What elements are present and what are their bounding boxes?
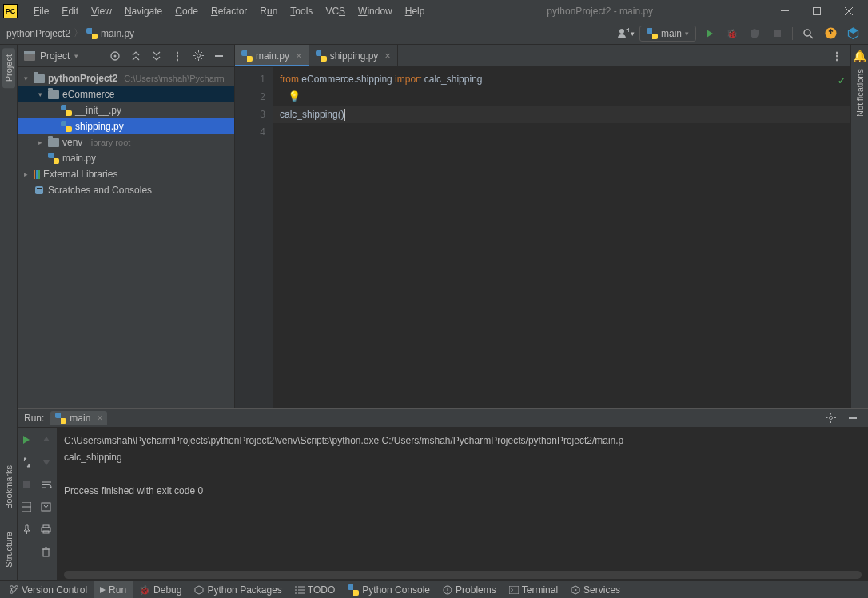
- tool-run[interactable]: Run: [94, 581, 133, 598]
- project-tree[interactable]: ▾ pythonProject2 C:\Users\mshah\Pycharm …: [18, 67, 234, 408]
- chevron-right-icon[interactable]: ▸: [35, 138, 45, 146]
- tool-problems[interactable]: Problems: [436, 581, 503, 598]
- run-settings-button[interactable]: [18, 453, 35, 471]
- tree-scratches[interactable]: Scratches and Consoles: [18, 182, 234, 198]
- close-tab-button[interactable]: ×: [384, 50, 391, 62]
- menu-file[interactable]: File: [27, 2, 55, 20]
- chevron-down-icon[interactable]: ▾: [35, 90, 45, 98]
- tree-venv-folder[interactable]: ▸ venv library root: [18, 134, 234, 150]
- breadcrumb[interactable]: pythonProject2 〉 main.py: [6, 26, 134, 40]
- pin-button[interactable]: [18, 520, 35, 538]
- ide-scripting-button[interactable]: [844, 25, 862, 42]
- svg-rect-12: [24, 51, 35, 54]
- update-button[interactable]: [822, 25, 839, 42]
- tool-version-control[interactable]: Version Control: [3, 581, 94, 598]
- tool-services[interactable]: Services: [564, 581, 627, 598]
- menu-vcs[interactable]: VCS: [319, 2, 352, 20]
- breadcrumb-project[interactable]: pythonProject2: [6, 28, 70, 39]
- stop-button[interactable]: [768, 25, 786, 42]
- menu-window[interactable]: Window: [352, 2, 399, 20]
- menu-navigate[interactable]: Navigate: [118, 2, 169, 20]
- run-console-output[interactable]: C:\Users\mshah\PycharmProjects\pythonPro…: [58, 428, 868, 580]
- code-editor[interactable]: from eCommerce.shipping import calc_ship…: [273, 67, 850, 408]
- clear-all-button[interactable]: [38, 543, 55, 560]
- breadcrumb-file[interactable]: main.py: [101, 28, 134, 39]
- tree-ecommerce-folder[interactable]: ▾ eCommerce: [18, 86, 234, 102]
- menu-help[interactable]: Help: [399, 2, 432, 20]
- chevron-down-icon[interactable]: ▾: [21, 74, 30, 82]
- tool-python-console[interactable]: Python Console: [341, 581, 436, 598]
- menu-run[interactable]: Run: [253, 2, 284, 20]
- tab-list-button[interactable]: ⋮: [828, 47, 846, 65]
- tree-shipping-file[interactable]: shipping.py: [18, 118, 234, 134]
- tool-todo[interactable]: TODO: [289, 581, 341, 598]
- hide-run-panel-button[interactable]: [844, 409, 862, 427]
- collapse-all-button[interactable]: [148, 47, 165, 65]
- editor-body[interactable]: 1 2 3 4 from eCommerce.shipping import c…: [235, 67, 850, 408]
- folder-icon: [34, 74, 45, 83]
- window-close-button[interactable]: [833, 0, 865, 22]
- tree-external-libraries[interactable]: ▸ External Libraries: [18, 166, 234, 182]
- expand-all-button[interactable]: [127, 47, 145, 65]
- notifications-bell-icon[interactable]: 🔔: [853, 50, 866, 62]
- line-number: 1: [235, 70, 265, 88]
- main-area: Project Project ▾ ⋮ ▾ pythonProject2 C:\…: [0, 45, 868, 408]
- up-button[interactable]: [38, 431, 55, 448]
- close-run-tab-button[interactable]: ×: [97, 413, 102, 424]
- code-line[interactable]: 💡: [280, 88, 850, 106]
- stop-run-button[interactable]: [18, 476, 35, 493]
- tool-python-packages[interactable]: Python Packages: [188, 581, 288, 598]
- project-tool-tab[interactable]: Project: [2, 48, 15, 88]
- tool-debug[interactable]: Debug: [133, 581, 188, 598]
- horizontal-scrollbar[interactable]: [64, 571, 862, 579]
- code-line[interactable]: from eCommerce.shipping import calc_ship…: [280, 70, 850, 88]
- menu-edit[interactable]: Edit: [55, 2, 85, 20]
- panel-options-button[interactable]: ⋮: [169, 47, 186, 65]
- run-configuration-selector[interactable]: main ▾: [639, 26, 696, 42]
- code-line[interactable]: [280, 123, 850, 141]
- coverage-button[interactable]: [746, 25, 763, 42]
- structure-tool-tab[interactable]: Structure: [2, 525, 15, 574]
- tool-label: Python Console: [362, 584, 430, 596]
- panel-settings-button[interactable]: [189, 47, 207, 65]
- svg-rect-35: [42, 503, 50, 511]
- project-panel-title[interactable]: Project: [40, 50, 70, 62]
- hide-panel-button[interactable]: [210, 47, 228, 65]
- debug-button[interactable]: [723, 25, 741, 42]
- editor-gutter[interactable]: 1 2 3 4: [235, 67, 273, 408]
- tree-init-file[interactable]: __init__.py: [18, 102, 234, 118]
- bookmarks-tool-tab[interactable]: Bookmarks: [2, 459, 15, 516]
- editor-tab-main[interactable]: main.py ×: [235, 45, 309, 66]
- close-tab-button[interactable]: ×: [296, 50, 302, 62]
- intention-bulb-icon[interactable]: 💡: [288, 88, 301, 106]
- chevron-down-icon[interactable]: ▾: [74, 52, 78, 60]
- code-line[interactable]: calc_shipping(): [280, 106, 850, 123]
- select-opened-file-button[interactable]: [106, 47, 124, 65]
- print-button[interactable]: [38, 520, 55, 538]
- editor-tab-shipping[interactable]: shipping.py ×: [309, 45, 398, 66]
- search-everywhere-button[interactable]: [799, 25, 817, 42]
- window-maximize-button[interactable]: [801, 0, 833, 22]
- run-panel-settings-button[interactable]: [822, 409, 839, 427]
- down-button[interactable]: [38, 453, 55, 471]
- soft-wrap-button[interactable]: [38, 476, 55, 493]
- menu-view[interactable]: View: [85, 2, 118, 20]
- menu-code[interactable]: Code: [169, 2, 205, 20]
- scroll-to-end-button[interactable]: [38, 498, 55, 516]
- menu-refactor[interactable]: Refactor: [205, 2, 253, 20]
- tree-main-file[interactable]: main.py: [18, 150, 234, 166]
- notifications-tool-tab[interactable]: Notifications: [854, 62, 866, 125]
- layout-button[interactable]: [18, 498, 35, 516]
- run-panel-header: Run: main ×: [18, 409, 868, 428]
- run-button[interactable]: [701, 25, 719, 42]
- menu-tools[interactable]: Tools: [284, 2, 319, 20]
- add-user-icon[interactable]: + ▾: [617, 25, 635, 42]
- rerun-button[interactable]: [18, 431, 35, 448]
- project-panel-header: Project ▾ ⋮: [18, 45, 234, 67]
- tool-terminal[interactable]: Terminal: [503, 581, 564, 598]
- window-minimize-button[interactable]: [769, 0, 801, 22]
- chevron-right-icon[interactable]: ▸: [21, 170, 30, 178]
- no-problems-icon[interactable]: ✓: [838, 72, 846, 90]
- tree-project-root[interactable]: ▾ pythonProject2 C:\Users\mshah\Pycharm: [18, 70, 234, 86]
- run-panel-tab[interactable]: main ×: [50, 411, 107, 425]
